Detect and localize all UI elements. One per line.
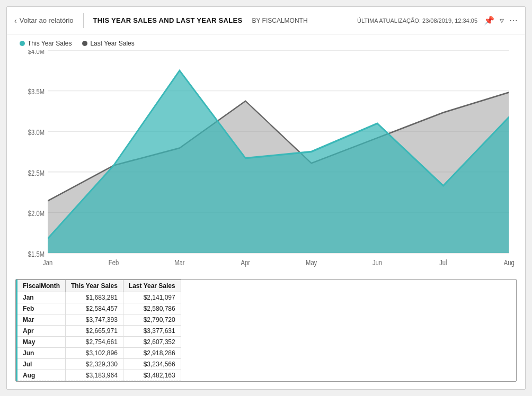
cell-fiscalmonth: Mar [17, 314, 66, 326]
back-button[interactable]: ‹ Voltar ao relatório [14, 16, 74, 25]
cell-lys: $2,141,097 [123, 292, 181, 303]
table-row: Jun$3,102,896$2,918,286 [17, 348, 181, 359]
more-icon[interactable]: ⋯ [509, 15, 518, 25]
svg-text:$4.0M: $4.0M [28, 50, 45, 56]
cell-fiscalmonth: Jan [17, 292, 66, 303]
cell-tys: $2,584,457 [66, 303, 123, 314]
table-row: Feb$2,584,457$2,580,786 [17, 303, 181, 314]
cell-fiscalmonth: Aug [17, 370, 66, 381]
svg-text:Jun: Jun [373, 258, 382, 267]
svg-text:Jan: Jan [43, 258, 52, 267]
chart-svg-container: $4.0M $3.5M $3.0M $2.5M $2.0M $1.5M Jan … [17, 50, 515, 275]
data-table: FiscalMonth This Year Sales Last Year Sa… [16, 280, 181, 381]
cell-fiscalmonth: Feb [17, 303, 66, 314]
legend-item-lys: Last Year Sales [82, 40, 134, 47]
table-header-row: FiscalMonth This Year Sales Last Year Sa… [17, 280, 181, 292]
last-update-label: ÚLTIMA ATUALIZAÇÃO: 23/08/2019, 12:34:05 [357, 17, 477, 24]
cell-tys: $3,747,393 [66, 314, 123, 326]
chart-area: This Year Sales Last Year Sales $ [7, 34, 525, 275]
table-row: May$2,754,661$2,607,352 [17, 337, 181, 348]
svg-text:$3.5M: $3.5M [28, 87, 45, 96]
col-header-fiscalmonth: FiscalMonth [17, 280, 66, 292]
cell-tys: $1,683,281 [66, 292, 123, 303]
table-row: Apr$2,665,971$3,377,631 [17, 326, 181, 337]
main-card: ‹ Voltar ao relatório THIS YEAR SALES AN… [6, 6, 526, 390]
table-row: Jul$2,329,330$3,234,566 [17, 359, 181, 370]
legend: This Year Sales Last Year Sales [17, 40, 515, 47]
svg-text:$2.0M: $2.0M [28, 209, 45, 218]
legend-dot-lys [82, 41, 87, 46]
back-label: Voltar ao relatório [20, 16, 74, 24]
svg-text:Mar: Mar [174, 258, 185, 267]
cell-lys: $3,234,566 [123, 359, 181, 370]
filter-icon[interactable]: ▿ [500, 15, 504, 25]
cell-lys: $2,580,786 [123, 303, 181, 314]
table-row: Mar$3,747,393$2,790,720 [17, 314, 181, 326]
svg-text:$2.5M: $2.5M [28, 168, 45, 177]
svg-text:Apr: Apr [241, 258, 251, 267]
table-row: Aug$3,183,964$3,482,163 [17, 370, 181, 381]
cell-tys: $3,183,964 [66, 370, 123, 381]
svg-text:$1.5M: $1.5M [28, 249, 45, 258]
cell-lys: $3,482,163 [123, 370, 181, 381]
cell-fiscalmonth: Jun [17, 348, 66, 359]
cell-tys: $2,665,971 [66, 326, 123, 337]
col-header-tys: This Year Sales [66, 280, 123, 292]
data-table-container: FiscalMonth This Year Sales Last Year Sa… [15, 279, 517, 382]
cell-lys: $2,790,720 [123, 314, 181, 326]
cell-lys: $2,607,352 [123, 337, 181, 348]
cell-fiscalmonth: May [17, 337, 66, 348]
cell-tys: $3,102,896 [66, 348, 123, 359]
toolbar: ‹ Voltar ao relatório THIS YEAR SALES AN… [7, 7, 525, 34]
toolbar-icons: 📌 ▿ ⋯ [484, 15, 518, 25]
cell-tys: $2,329,330 [66, 359, 123, 370]
cell-lys: $3,377,631 [123, 326, 181, 337]
legend-label-lys: Last Year Sales [90, 40, 134, 47]
pin-icon[interactable]: 📌 [484, 15, 494, 25]
svg-text:Jul: Jul [439, 258, 447, 267]
area-chart: $4.0M $3.5M $3.0M $2.5M $2.0M $1.5M Jan … [17, 50, 515, 275]
cell-tys: $2,754,661 [66, 337, 123, 348]
toolbar-right: ÚLTIMA ATUALIZAÇÃO: 23/08/2019, 12:34:05… [357, 15, 518, 25]
svg-text:Feb: Feb [109, 258, 119, 267]
back-chevron-icon: ‹ [14, 16, 17, 25]
toolbar-divider [83, 13, 84, 28]
legend-dot-tys [20, 41, 25, 46]
cell-fiscalmonth: Apr [17, 326, 66, 337]
svg-text:Aug: Aug [504, 258, 515, 267]
svg-text:May: May [306, 258, 317, 267]
cell-lys: $2,918,286 [123, 348, 181, 359]
svg-text:$3.0M: $3.0M [28, 128, 45, 137]
legend-item-tys: This Year Sales [20, 40, 72, 47]
chart-title: THIS YEAR SALES AND LAST YEAR SALES [93, 16, 243, 24]
table-row: Jan$1,683,281$2,141,097 [17, 292, 181, 303]
cell-fiscalmonth: Jul [17, 359, 66, 370]
legend-label-tys: This Year Sales [28, 40, 72, 47]
chart-subtitle: BY FISCALMONTH [252, 17, 307, 24]
col-header-lys: Last Year Sales [123, 280, 181, 292]
